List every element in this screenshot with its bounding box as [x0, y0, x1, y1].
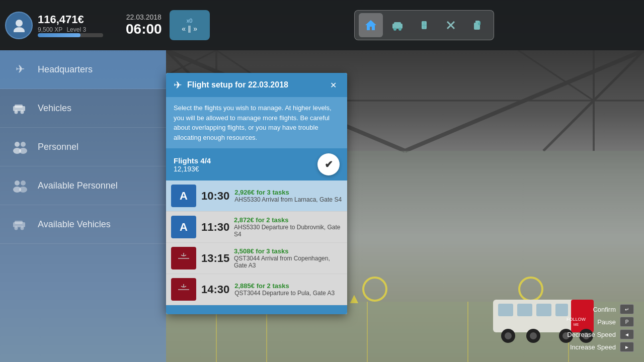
flight-earning-4: 2,885€ for 2 tasks: [234, 282, 335, 290]
datetime-block: 22.03.2018 06:00: [126, 13, 162, 37]
player-info: 116,471€ 9,500 XP Level 3: [5, 12, 116, 39]
nav-home-btn[interactable]: [359, 13, 383, 37]
nav-fuel-btn[interactable]: [465, 13, 490, 37]
airline-logo-1: A: [171, 185, 196, 207]
modal-description-text: Select the flights you wish to manage. A…: [174, 104, 332, 141]
nav-vehicle-btn[interactable]: [385, 13, 410, 37]
svg-rect-37: [394, 22, 401, 25]
flights-total: 12,193€: [174, 165, 211, 173]
modal-overlay: ✈ Flight setup for 22.03.2018 ✕ Select t…: [0, 50, 644, 362]
svg-point-39: [398, 28, 401, 31]
airline-code-1: A: [180, 190, 188, 203]
nav-bar: [354, 10, 494, 40]
flight-earning-3: 3,508€ for 3 tasks: [234, 247, 342, 255]
flight-item-1[interactable]: A 10:30 2,926€ for 3 tasks AHS5330 Arriv…: [166, 180, 347, 212]
pause-btn[interactable]: ‖: [188, 25, 191, 33]
airline-logo-4: [171, 278, 196, 301]
xp-bar-fill: [38, 33, 80, 37]
xp-text: 9,500 XP: [38, 26, 62, 33]
flight-details-4: 2,885€ for 2 tasks QST3044 Departure to …: [234, 282, 335, 297]
flight-number-3: QST3044 Arrival from Copenhagen, Gate A3: [234, 255, 342, 269]
airline-code-2: A: [180, 221, 188, 234]
confirm-flights-btn[interactable]: ✔: [317, 153, 340, 175]
top-bar: 116,471€ 9,500 XP Level 3 22.03.2018 06:…: [0, 0, 644, 50]
flight-number-4: QST3044 Departure to Pula, Gate A3: [234, 290, 335, 297]
rewind-btn[interactable]: «: [182, 25, 186, 33]
flight-time-1: 10:30: [201, 190, 229, 203]
flight-earning-1: 2,926€ for 3 tasks: [234, 189, 342, 196]
modal-footer: [166, 305, 347, 314]
player-stats: 116,471€ 9,500 XP Level 3: [38, 13, 103, 37]
airline-logo-2: A: [171, 216, 196, 238]
flight-number-1: AHS5330 Arrival from Larnaca, Gate S4: [234, 196, 342, 203]
avatar: [5, 12, 33, 39]
forward-btn[interactable]: »: [193, 25, 197, 33]
svg-point-38: [393, 28, 396, 31]
xp-bar: [38, 33, 103, 37]
flight-details-2: 2,872€ for 2 tasks AHS5330 Departure to …: [234, 216, 342, 238]
flight-item-2[interactable]: A 11:30 2,872€ for 2 tasks AHS5330 Depar…: [166, 212, 347, 243]
level-text: Level 3: [66, 26, 86, 33]
modal-close-btn[interactable]: ✕: [327, 79, 340, 91]
airline-logo-3: [171, 247, 196, 269]
modal-plane-icon: ✈: [174, 79, 182, 91]
flight-time-4: 14:30: [201, 283, 229, 296]
flight-details-3: 3,508€ for 3 tasks QST3044 Arrival from …: [234, 247, 342, 269]
modal-description: Select the flights you wish to manage. A…: [166, 97, 347, 148]
flight-modal: ✈ Flight setup for 22.03.2018 ✕ Select t…: [166, 73, 347, 314]
flights-count: Flights 4/4: [174, 156, 211, 165]
nav-close-btn[interactable]: [439, 13, 463, 37]
center-nav: [210, 10, 639, 40]
modal-title: Flight setup for 22.03.2018: [187, 80, 288, 89]
flight-item-4[interactable]: 14:30 2,885€ for 2 tasks QST3044 Departu…: [166, 274, 347, 305]
flight-earning-2: 2,872€ for 2 tasks: [234, 216, 342, 224]
flights-header: Flights 4/4 12,193€ ✔: [166, 148, 347, 180]
flight-time-3: 13:15: [201, 252, 229, 265]
money-display: 116,471€: [38, 13, 103, 26]
nav-food-btn[interactable]: [412, 13, 436, 37]
flight-details-1: 2,926€ for 3 tasks AHS5330 Arrival from …: [234, 189, 342, 203]
flight-list: A 10:30 2,926€ for 3 tasks AHS5330 Arriv…: [166, 180, 347, 305]
modal-header: ✈ Flight setup for 22.03.2018 ✕: [166, 73, 347, 97]
svg-rect-47: [475, 21, 479, 23]
flight-number-2: AHS5330 Departure to Dubrovnik, Gate S4: [234, 224, 342, 238]
flight-item-3[interactable]: 13:15 3,508€ for 3 tasks QST3044 Arrival…: [166, 243, 347, 274]
speed-label: x0: [187, 18, 193, 24]
svg-point-34: [14, 27, 25, 32]
check-icon: ✔: [325, 158, 333, 170]
svg-marker-35: [365, 20, 376, 30]
svg-point-33: [16, 20, 23, 27]
date-display: 22.03.2018: [126, 13, 162, 21]
flight-time-2: 11:30: [201, 221, 229, 234]
speed-controls[interactable]: x0 « ‖ »: [170, 10, 210, 40]
time-display: 06:00: [126, 21, 162, 37]
